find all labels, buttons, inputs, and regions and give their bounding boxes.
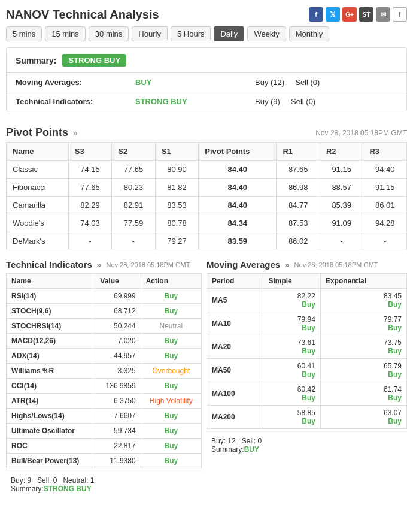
- pivot-col-name: Name: [7, 143, 69, 161]
- ma-footer: Buy: 12 Sell: 0 Summary:BUY: [206, 431, 407, 458]
- ma-section-header: Moving Averages » Nov 28, 2018 05:18PM G…: [206, 259, 407, 270]
- ind-col-action: Action: [141, 274, 201, 289]
- page-title: NANOV Technical Analysis: [6, 8, 159, 22]
- summary-row-ti: Technical Indicators: STRONG BUY Buy (9)…: [7, 92, 406, 111]
- pivot-col-pivot: Pivot Points: [199, 143, 277, 161]
- summary-row-ma: Moving Averages: BUY Buy (12) Sell (0): [7, 72, 406, 92]
- ti-label: Technical Indicators:: [16, 97, 135, 106]
- summary-badge: STRONG BUY: [62, 54, 126, 66]
- ma-timestamp: Nov 28, 2018 05:18PM GMT: [294, 261, 378, 268]
- summary-header: Summary: STRONG BUY: [7, 48, 406, 72]
- ma-label: Moving Averages:: [16, 78, 135, 87]
- indicators-table: Name Value Action RSI(14) 69.999 Buy STO…: [6, 273, 202, 468]
- summary-label: Summary:: [16, 56, 56, 65]
- ti-footer: Buy: 9 Sell: 0 Neutral: 1 Summary:STRONG…: [6, 471, 202, 498]
- pivot-col-s2: S2: [112, 143, 156, 161]
- pivot-row: DeMark's - - 79.27 83.59 86.02 - -: [7, 232, 407, 250]
- tab-monthly[interactable]: Monthly: [289, 26, 330, 41]
- pivot-row: Camarilla 82.29 82.91 83.53 84.40 84.77 …: [7, 197, 407, 214]
- indicator-row: CCI(14) 136.9859 Buy: [7, 379, 202, 394]
- social-icons: f 𝕏 G+ ST ✉ i: [309, 7, 407, 22]
- pivot-row: Fibonacci 77.65 80.23 81.82 84.40 86.98 …: [7, 179, 407, 197]
- ti-section-header: Technical Indicators » Nov 28, 2018 05:1…: [6, 259, 202, 270]
- ma-signal: BUY: [135, 78, 255, 87]
- indicators-header: Name Value Action: [7, 274, 202, 289]
- indicator-row: MACD(12,26) 7.020 Buy: [7, 334, 202, 349]
- indicator-row: ATR(14) 6.3750 High Volatility: [7, 394, 202, 409]
- email-icon[interactable]: ✉: [376, 7, 390, 22]
- info-icon[interactable]: i: [393, 7, 407, 22]
- tab-5mins[interactable]: 5 mins: [6, 26, 42, 41]
- tab-weekly[interactable]: Weekly: [247, 26, 286, 41]
- pivot-col-s1: S1: [155, 143, 199, 161]
- ma-col-exp: Exponential: [320, 274, 406, 289]
- indicator-row: Highs/Lows(14) 7.6607 Buy: [7, 409, 202, 424]
- tab-15mins[interactable]: 15 mins: [45, 26, 86, 41]
- pivot-row: Woodie's 74.03 77.59 80.78 84.34 87.53 9…: [7, 214, 407, 232]
- ti-buysell: Buy (9) Sell (0): [255, 97, 397, 106]
- summary-section: Summary: STRONG BUY Moving Averages: BUY…: [6, 47, 407, 111]
- ti-signal: STRONG BUY: [135, 97, 255, 106]
- tab-bar: 5 mins 15 mins 30 mins Hourly 5 Hours Da…: [0, 26, 413, 47]
- twitter-icon[interactable]: 𝕏: [326, 7, 340, 22]
- ma-header: Period Simple Exponential: [207, 274, 407, 289]
- ma-row: MA5 82.22 Buy 83.45 Buy: [207, 289, 407, 312]
- indicator-row: ADX(14) 44.957 Buy: [7, 349, 202, 364]
- ind-col-name: Name: [7, 274, 95, 289]
- pivot-table: Name S3 S2 S1 Pivot Points R1 R2 R3 Clas…: [6, 142, 407, 250]
- pivot-col-r2: R2: [320, 143, 363, 161]
- pivot-row: Classic 74.15 77.65 80.90 84.40 87.65 91…: [7, 161, 407, 179]
- tab-hourly[interactable]: Hourly: [132, 26, 168, 41]
- indicator-row: ROC 22.817 Buy: [7, 439, 202, 454]
- stocktwits-icon[interactable]: ST: [359, 7, 373, 22]
- indicator-row: RSI(14) 69.999 Buy: [7, 289, 202, 304]
- googleplus-icon[interactable]: G+: [342, 7, 357, 22]
- ma-table: Period Simple Exponential MA5 82.22 Buy …: [206, 273, 407, 429]
- indicator-row: STOCHRSI(14) 50.244 Neutral: [7, 319, 202, 334]
- pivot-col-s3: S3: [68, 143, 112, 161]
- indicator-row: Ultimate Oscillator 59.734 Buy: [7, 424, 202, 439]
- ma-row: MA200 58.85 Buy 63.07 Buy: [207, 406, 407, 429]
- ma-row: MA100 60.42 Buy 61.74 Buy: [207, 382, 407, 406]
- ind-col-value: Value: [95, 274, 141, 289]
- ma-row: MA10 79.94 Buy 79.77 Buy: [207, 312, 407, 335]
- tab-daily[interactable]: Daily: [214, 26, 244, 41]
- pivot-section-header: Pivot Points » Nov 28, 2018 05:18PM GMT: [0, 120, 413, 142]
- indicator-row: Williams %R -3.325 Overbought: [7, 364, 202, 379]
- ma-col-period: Period: [207, 274, 263, 289]
- ma-section-title: Moving Averages »: [206, 259, 290, 270]
- bottom-two-col: Technical Indicators » Nov 28, 2018 05:1…: [6, 259, 407, 507]
- tab-5hours[interactable]: 5 Hours: [171, 26, 211, 41]
- moving-averages-section: Moving Averages » Nov 28, 2018 05:18PM G…: [206, 259, 407, 498]
- pivot-table-header: Name S3 S2 S1 Pivot Points R1 R2 R3: [7, 143, 407, 161]
- pivot-col-r3: R3: [363, 143, 407, 161]
- facebook-icon[interactable]: f: [309, 7, 323, 22]
- pivot-timestamp: Nov 28, 2018 05:18PM GMT: [315, 129, 407, 137]
- ma-row: MA20 73.61 Buy 73.75 Buy: [207, 335, 407, 359]
- ma-col-simple: Simple: [263, 274, 321, 289]
- pivot-col-r1: R1: [277, 143, 320, 161]
- technical-indicators-section: Technical Indicators » Nov 28, 2018 05:1…: [6, 259, 206, 498]
- tab-30mins[interactable]: 30 mins: [89, 26, 129, 41]
- ma-row: MA50 60.41 Buy 65.79 Buy: [207, 359, 407, 382]
- ti-timestamp: Nov 28, 2018 05:18PM GMT: [106, 261, 190, 268]
- ti-section-title: Technical Indicators »: [6, 259, 101, 270]
- header: NANOV Technical Analysis f 𝕏 G+ ST ✉ i: [0, 0, 413, 26]
- indicator-row: STOCH(9,6) 68.712 Buy: [7, 304, 202, 319]
- indicator-row: Bull/Bear Power(13) 11.9380 Buy: [7, 454, 202, 468]
- ma-buysell: Buy (12) Sell (0): [255, 78, 397, 87]
- pivot-title: Pivot Points »: [6, 126, 77, 139]
